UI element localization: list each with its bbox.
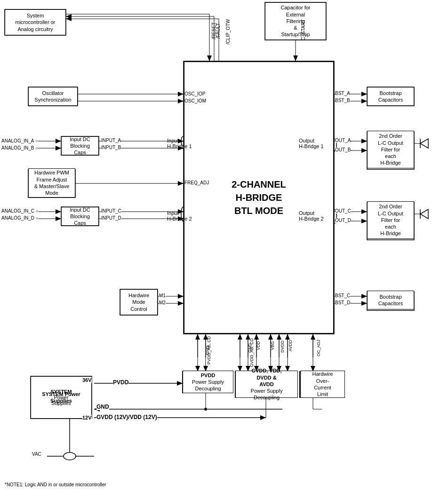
svg-marker-42 (56, 139, 61, 143)
oscillator-box: Oscillator Synchronization (28, 87, 78, 106)
svg-marker-36 (178, 99, 184, 103)
svg-marker-95 (277, 334, 281, 340)
analog-in-c-label: ANALOG_IN_C ○ (1, 208, 39, 214)
pvdd-wire-label: PVDD (113, 379, 128, 386)
svg-marker-62 (361, 99, 367, 103)
input-blocking-ab-box: Input DC Blocking Caps (61, 136, 99, 155)
gvdd-12v-label: GVDD (12V)/VDD (12V) (96, 414, 157, 420)
bst-b-label: BST_B (335, 98, 350, 103)
v36-label: 36V (82, 377, 92, 383)
svg-marker-89 (254, 334, 259, 340)
analog-in-b-label: ANALOG_IN_B ○ (1, 145, 38, 150)
gvdd-supply-box: GVDD, VDD, DVDD & AVDD Power Supply Deco… (235, 371, 298, 398)
input-hbridge1-label: InputH-Bridge 1 (167, 138, 192, 149)
input-blocking-cd-box: Input DC Blocking Caps (61, 207, 99, 226)
gvdd-ab-cd-label: GVDD_AB, CD (249, 338, 254, 367)
svg-marker-12 (420, 139, 428, 148)
output-hbridge2-label: OutputH-Bridge 2 (299, 210, 324, 222)
microcontroller-label: System microcontroller or Analog circuit… (16, 12, 56, 32)
svg-marker-56 (178, 294, 184, 299)
svg-marker-34 (178, 92, 184, 96)
svg-point-115 (64, 452, 76, 460)
vdd-bot-label: VDD (256, 341, 261, 350)
freq-adj-label: FREQ_ADJ (184, 180, 209, 185)
m2-label: M2 (159, 300, 166, 305)
svg-marker-83 (238, 334, 242, 340)
input-b-label: INPUT_B (101, 145, 121, 150)
pvdd-supply-box: PVDD Power Supply Decoupling (183, 371, 233, 393)
vbg-bot-label: VBG (270, 341, 275, 350)
svg-marker-74 (361, 301, 367, 306)
svg-marker-60 (361, 92, 367, 96)
microcontroller-box: System microcontroller or Analog circuit… (5, 9, 66, 35)
oc-adj-bot-label: OC_ADJ (316, 340, 321, 356)
c-start-label: C_START (301, 19, 306, 40)
input-hbridge2-label: InputH-Bridge 2 (167, 210, 192, 222)
note1: *NOTE1: Logic AND in or outside microcon… (5, 482, 106, 487)
svg-marker-15 (420, 209, 428, 219)
svg-marker-44 (56, 146, 61, 150)
pvdd-supply-label: PVDD Power Supply Decoupling (192, 372, 224, 392)
bootstrap-top-label: Bootstrap Capacitors (378, 90, 403, 103)
svg-marker-68 (361, 209, 367, 214)
out-b-label: OUT_B (335, 147, 351, 152)
gnd-bot-label: GND (205, 346, 210, 355)
out-d-label: OUT_D (335, 218, 351, 223)
input-blocking-cd-label: Input DC Blocking Caps (70, 206, 90, 227)
osc-iop-label: OSC_IOP (184, 91, 205, 96)
svg-point-106 (204, 408, 207, 411)
block-diagram: System microcontroller or Analog circuit… (0, 0, 448, 491)
vac-label: VAC (32, 451, 41, 457)
bootstrap-bot-label: Bootstrap Capacitors (378, 293, 403, 307)
svg-marker-32 (293, 55, 298, 61)
svg-marker-58 (178, 301, 184, 306)
hardwire-pwm-box: Hardwire PWM Frame Adjust & Master/Slave… (28, 168, 75, 198)
dvdd-bot-label: DVDD (280, 341, 285, 353)
hardwire-mode-box: Hardwire Mode Control (120, 289, 158, 315)
capacitor-ext-box: Capacitor for External Filtering & Start… (265, 2, 326, 40)
input-d-label: INPUT_D (101, 215, 121, 221)
svg-marker-101 (311, 334, 315, 340)
input-a-label: INPUT_A (101, 138, 121, 143)
oscillator-label: Oscillator Synchronization (34, 90, 71, 103)
gnd-wire-label: GND (96, 404, 109, 410)
svg-marker-70 (361, 219, 367, 223)
system-power-label: SYSTEM Power Supplies (31, 391, 91, 404)
gvdd-supply-label: GVDD, VDD, DVDD & AVDD Power Supply Deco… (251, 367, 283, 401)
hardwire-oc-label: Hardwire Over- Current Limit (312, 371, 333, 397)
svg-marker-27 (66, 14, 72, 19)
m1-label: M1 (159, 293, 166, 298)
bst-d-label: BST_D (335, 300, 350, 305)
svg-marker-52 (56, 216, 61, 221)
svg-marker-66 (361, 148, 367, 153)
svg-marker-24 (207, 55, 212, 61)
svg-marker-64 (361, 139, 367, 143)
lc-filter-1-label: 2nd Order L-C Output Filter for each H-B… (378, 133, 403, 166)
svg-marker-98 (285, 334, 290, 340)
hardwire-mode-label: Hardwire Mode Control (128, 292, 149, 312)
osc-iom-label: OSC_IOM (184, 98, 206, 103)
svg-marker-54 (178, 181, 184, 186)
input-blocking-ab-label: Input DC Blocking Caps (70, 136, 90, 156)
bootstrap-bot-box: Bootstrap Capacitors (367, 291, 414, 309)
clip-otw-label: /CLIP_OTW (225, 19, 231, 45)
svg-marker-108 (260, 415, 266, 420)
out-c-label: OUT_C (335, 208, 351, 214)
svg-marker-77 (195, 334, 200, 340)
fault-label: /FAULT (216, 23, 221, 39)
chip-label: 2-CHANNEL H-BRIDGE BTL MODE (232, 178, 286, 217)
hardwire-oc-box: Hardwire Over- Current Limit (300, 371, 345, 398)
hardwire-pwm-label: Hardwire PWM Frame Adjust & Master/Slave… (34, 169, 70, 196)
bootstrap-top-box: Bootstrap Capacitors (367, 87, 414, 106)
svg-marker-30 (66, 16, 72, 21)
svg-marker-50 (56, 209, 61, 214)
svg-marker-103 (177, 381, 183, 386)
out-a-label: OUT_A (335, 138, 351, 143)
lc-filter-2-box: 2nd Order L-C Output Filter for each H-B… (367, 201, 414, 239)
capacitor-ext-label: Capacitor for External Filtering & Start… (281, 4, 311, 38)
analog-in-a-label: ANALOG_IN_A ○ (1, 138, 38, 143)
svg-marker-72 (361, 294, 367, 299)
svg-marker-92 (268, 334, 273, 340)
bst-a-label: BST_A (335, 91, 350, 96)
output-hbridge1-label: OutputH-Bridge 1 (299, 138, 324, 149)
